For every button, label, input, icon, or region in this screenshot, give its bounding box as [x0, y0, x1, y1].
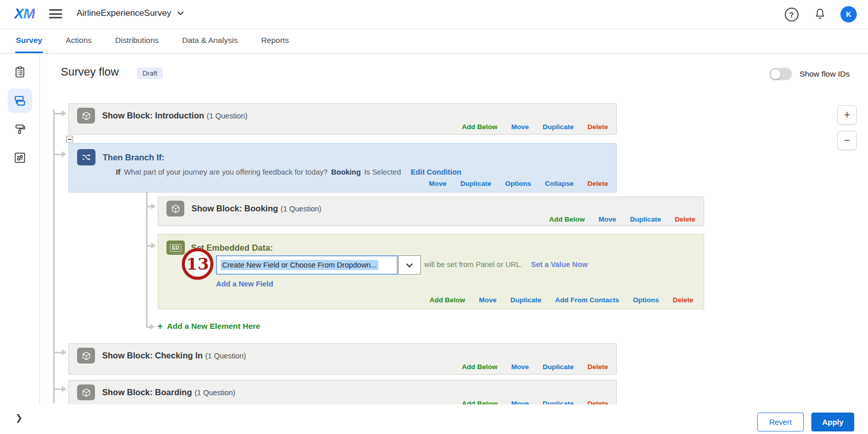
tab-actions[interactable]: Actions: [65, 29, 92, 53]
condition-if-label: If: [116, 168, 120, 176]
show-block-checking-in: Show Block: Checking In(1 Question) Add …: [68, 343, 617, 375]
block-head: Show Block: Booking(1 Question): [158, 197, 704, 216]
branch-condition: If What part of your journey are you off…: [116, 168, 461, 176]
topbar: XM AirlineExperienceSurvey ? K: [0, 0, 868, 29]
revert-button[interactable]: Revert: [757, 413, 804, 431]
sidebar-item-look-feel[interactable]: [8, 117, 32, 141]
zoom-in-button[interactable]: +: [837, 105, 857, 125]
survey-flow-icon: [13, 94, 27, 107]
move-link[interactable]: Move: [479, 296, 497, 304]
delete-link[interactable]: Delete: [587, 180, 608, 187]
block-actions: Add Below Move Duplicate Add From Contac…: [429, 296, 693, 304]
move-link[interactable]: Move: [429, 180, 447, 187]
plus-icon: +: [157, 321, 163, 331]
add-below-link[interactable]: Add Below: [429, 296, 465, 304]
expand-sidebar-chevron-icon[interactable]: ❯: [15, 413, 22, 423]
add-a-new-field-link[interactable]: Add a New Field: [216, 280, 273, 288]
duplicate-link[interactable]: Duplicate: [460, 180, 491, 187]
embedded-data-icon: ED: [166, 240, 185, 255]
tab-data-analysis[interactable]: Data & Analysis: [182, 29, 238, 53]
collapse-link[interactable]: Collapse: [545, 180, 573, 187]
set-a-value-now-link[interactable]: Set a Value Now: [531, 260, 588, 269]
tab-survey[interactable]: Survey: [15, 29, 43, 53]
xm-logo[interactable]: XM: [14, 6, 35, 22]
connector-arrow-icon: [146, 206, 151, 207]
delete-link[interactable]: Delete: [587, 363, 608, 371]
block-head: Show Block: Boarding(1 Question): [69, 380, 616, 400]
duplicate-link[interactable]: Duplicate: [543, 123, 574, 131]
notifications-button[interactable]: [812, 6, 828, 22]
block-cube-icon: [77, 384, 95, 400]
move-link[interactable]: Move: [511, 123, 529, 131]
status-badge: Draft: [137, 67, 163, 79]
connector-arrow-icon: [53, 154, 62, 155]
add-from-contacts-link[interactable]: Add From Contacts: [555, 296, 619, 304]
embedded-field-dropdown-button[interactable]: [398, 255, 421, 275]
page-title: Survey flow: [61, 65, 119, 79]
block-title: Show Block: Booking(1 Question): [191, 204, 321, 213]
connector-arrow-icon: [53, 389, 62, 390]
delete-link[interactable]: Delete: [674, 215, 695, 223]
embedded-field-selected-text: Create New Field or Choose From Dropdown…: [221, 260, 378, 270]
survey-flow-app: XM AirlineExperienceSurvey ? K Survey Ac…: [0, 0, 868, 434]
toggle-knob: [770, 68, 781, 80]
options-link[interactable]: Options: [505, 180, 531, 187]
sidebar-item-survey-flow[interactable]: [8, 88, 32, 113]
block-actions: Move Duplicate Options Collapse Delete: [429, 180, 608, 187]
user-avatar[interactable]: K: [840, 6, 857, 22]
survey-name-dropdown[interactable]: AirlineExperienceSurvey: [77, 8, 184, 18]
move-link[interactable]: Move: [598, 215, 616, 223]
condition-value: Booking: [331, 168, 361, 176]
embedded-suffix-text: will be set from Panel or URL.: [424, 260, 522, 269]
edit-condition-link[interactable]: Edit Condition: [411, 168, 461, 176]
add-below-link[interactable]: Add Below: [549, 215, 585, 223]
block-cube-icon: [166, 201, 184, 216]
sidebar-item-survey-builder[interactable]: [8, 60, 32, 84]
settings-sliders-icon: [13, 151, 27, 164]
footer-bar: ❯ Revert Apply: [0, 404, 868, 434]
block-question-count: (1 Question): [207, 112, 248, 120]
block-question-count: (1 Question): [281, 205, 322, 213]
block-title-text: Show Block: Introduction: [102, 111, 204, 120]
connector-arrow-icon: [146, 326, 150, 328]
block-actions: Add Below Move Duplicate Delete: [462, 123, 608, 131]
delete-link[interactable]: Delete: [587, 123, 608, 131]
clipboard-icon: [13, 65, 27, 79]
bell-icon: [814, 8, 826, 21]
add-below-link[interactable]: Add Below: [462, 363, 497, 371]
help-icon: ?: [785, 8, 799, 21]
embedded-field-input[interactable]: Create New Field or Choose From Dropdown…: [216, 255, 398, 275]
tab-reports[interactable]: Reports: [260, 29, 289, 53]
block-actions: Add Below Move Duplicate Delete: [549, 215, 695, 223]
add-below-link[interactable]: Add Below: [462, 123, 497, 131]
sidebar: [0, 54, 40, 434]
set-embedded-data-block: ED Set Embedded Data: Create New Field o…: [158, 234, 704, 309]
tab-distributions[interactable]: Distributions: [115, 29, 159, 53]
options-link[interactable]: Options: [633, 296, 659, 304]
duplicate-link[interactable]: Duplicate: [630, 215, 661, 223]
ed-icon-label: ED: [170, 244, 181, 252]
add-new-element-label: Add a New Element Here: [167, 322, 260, 331]
condition-operator: Is Selected: [365, 168, 401, 176]
show-flow-ids-label: Show flow IDs: [800, 69, 850, 79]
apply-button[interactable]: Apply: [811, 413, 854, 431]
add-new-element-link[interactable]: + Add a New Element Here: [157, 321, 260, 331]
chevron-down-icon: [177, 11, 184, 15]
zoom-out-button[interactable]: −: [837, 131, 857, 150]
delete-link[interactable]: Delete: [672, 296, 693, 304]
branch-block: Then Branch If: If What part of your jou…: [68, 143, 617, 192]
help-button[interactable]: ?: [783, 6, 800, 22]
connector-arrow-icon: [53, 113, 62, 114]
collapse-branch-icon[interactable]: [66, 136, 73, 142]
move-link[interactable]: Move: [511, 363, 529, 371]
duplicate-link[interactable]: Duplicate: [543, 363, 574, 371]
sidebar-item-survey-options[interactable]: [8, 146, 32, 170]
annotation-marker-13: 13: [182, 248, 213, 280]
block-title-text: Show Block: Checking In: [102, 351, 203, 360]
show-flow-ids-toggle[interactable]: [769, 68, 792, 80]
duplicate-link[interactable]: Duplicate: [510, 296, 541, 304]
topbar-right: ? K: [783, 6, 857, 22]
paint-roller-icon: [13, 123, 27, 136]
hamburger-menu-icon[interactable]: [49, 9, 62, 19]
block-head: ED Set Embedded Data:: [158, 234, 704, 255]
